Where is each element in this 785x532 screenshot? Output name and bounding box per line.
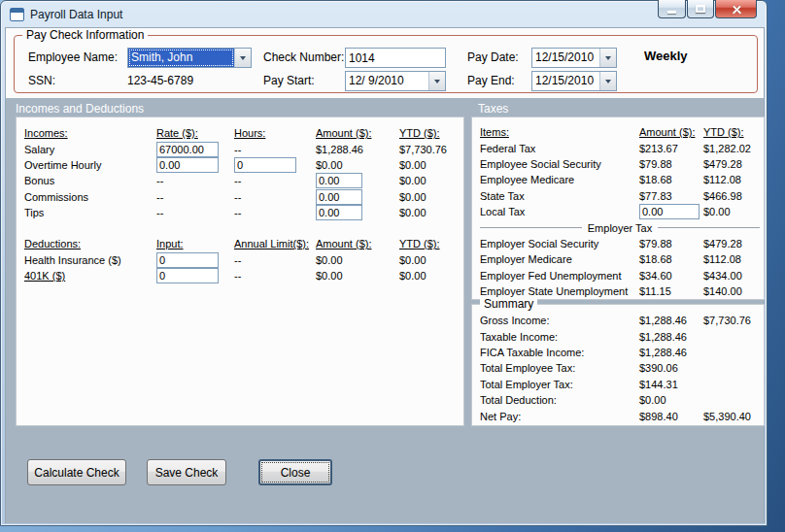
table-row: Bonus----$0.00 xyxy=(24,173,460,188)
cell-value: -- xyxy=(156,207,234,218)
cell-value: $0.00 xyxy=(639,394,703,406)
column-header-ytd: YTD ($): xyxy=(399,238,460,249)
lower-panel: Incomes and Deductions Taxes Incomes:Rat… xyxy=(6,98,764,523)
pay-start-datepicker[interactable]: 12/ 9/2010 xyxy=(345,71,446,91)
row-label-taxable-income: Taxable Income: xyxy=(480,331,639,343)
pay-start-value: 12/ 9/2010 xyxy=(346,72,428,90)
401k-input[interactable] xyxy=(156,268,219,283)
close-window-button[interactable] xyxy=(715,0,757,18)
row-label-employee-social-security: Employee Social Security xyxy=(480,158,639,170)
row-label-health-insurance: Health Insurance ($) xyxy=(24,254,156,266)
header-row: Deductions:Input:Annual Limit($):Amount … xyxy=(24,236,460,251)
employer-tax-divider-label: Employer Tax xyxy=(582,222,658,234)
taxes-section-header: Taxes xyxy=(478,102,508,116)
row-label-401k[interactable]: 401K ($) xyxy=(24,270,156,282)
cell-value: $79.88 xyxy=(639,238,703,249)
cell-value: $479.28 xyxy=(703,158,760,170)
titlebar[interactable]: Payroll Data Input xyxy=(1,1,767,27)
table-row: Employer Tax xyxy=(480,219,760,235)
column-header-hours: Hours: xyxy=(234,127,316,139)
pay-date-label: Pay Date: xyxy=(467,50,519,64)
cell-value: $0.00 xyxy=(316,254,399,266)
table-row: 401K ($)--$0.00$0.00 xyxy=(24,268,460,283)
tips-input[interactable] xyxy=(316,205,362,220)
local-tax-input[interactable] xyxy=(639,204,700,219)
health-insurance-input[interactable] xyxy=(156,252,219,268)
cell-value: -- xyxy=(156,175,234,186)
input-cell xyxy=(156,252,234,268)
table-row: Employer Fed Unemployment$34.60$434.00 xyxy=(480,268,760,283)
check-number-input[interactable] xyxy=(345,48,446,68)
table-row: Local Tax$0.00 xyxy=(480,204,760,219)
overtime-hourly-input[interactable] xyxy=(156,157,219,173)
pay-start-dropdown-button[interactable] xyxy=(428,72,445,90)
window-title: Payroll Data Input xyxy=(30,8,122,21)
pay-date-value: 12/15/2010 xyxy=(532,49,599,67)
cell-value: -- xyxy=(156,191,234,203)
row-label-employer-fed-unemployment: Employer Fed Unemployment xyxy=(480,270,639,282)
bonus-input[interactable] xyxy=(316,173,362,188)
deductions-table: Deductions:Input:Annual Limit($):Amount … xyxy=(24,236,460,283)
pay-end-label: Pay End: xyxy=(467,74,515,87)
row-label-employer-social-security: Employer Social Security xyxy=(480,238,639,249)
input-cell xyxy=(156,157,234,173)
row-label-bonus: Bonus xyxy=(24,175,156,186)
cell-value: $18.68 xyxy=(639,174,703,185)
row-label-commissions: Commissions xyxy=(24,191,156,203)
table-row: Salary--$1,288.46$7,730.76 xyxy=(24,141,460,156)
cell-value: $112.08 xyxy=(703,253,760,265)
employee-name-select[interactable]: Smith, John xyxy=(127,48,252,68)
cell-value: $0.00 xyxy=(316,159,399,171)
cell-value: $390.06 xyxy=(639,362,703,374)
table-row: Total Employee Tax:$390.06 xyxy=(480,360,760,376)
column-header-ytd: YTD ($): xyxy=(703,126,760,138)
close-button[interactable]: Close xyxy=(258,459,332,485)
row-label-employee-medicare: Employee Medicare xyxy=(480,174,639,185)
overtime-hourly-input[interactable] xyxy=(234,157,296,173)
column-header-input: Input: xyxy=(156,238,234,249)
cell-value: $18.68 xyxy=(639,253,703,265)
table-row: Tips----$0.00 xyxy=(24,205,460,220)
commissions-input[interactable] xyxy=(316,189,362,205)
input-cell xyxy=(316,173,399,188)
cell-value: -- xyxy=(234,175,316,186)
cell-value: $479.28 xyxy=(703,238,760,249)
cell-value: $0.00 xyxy=(399,270,460,282)
cell-value: $34.60 xyxy=(639,270,703,282)
column-header-ytd: YTD ($): xyxy=(399,127,460,139)
pay-end-dropdown-button[interactable] xyxy=(599,72,616,90)
table-row: Commissions----$0.00 xyxy=(24,189,460,205)
column-header-amount: Amount ($): xyxy=(316,127,399,139)
column-header-amount: Amount ($): xyxy=(316,238,399,249)
column-header-amount: Amount ($): xyxy=(639,126,703,138)
check-number-label: Check Number: xyxy=(263,50,344,64)
pay-date-datepicker[interactable]: 12/15/2010 xyxy=(531,48,617,68)
salary-input[interactable] xyxy=(156,142,219,157)
calculate-check-button[interactable]: Calculate Check xyxy=(27,459,126,485)
employee-name-label: Employee Name: xyxy=(28,50,118,64)
column-header-deductions: Deductions: xyxy=(24,238,156,249)
pay-end-value: 12/15/2010 xyxy=(532,72,599,90)
employee-name-dropdown-button[interactable] xyxy=(234,49,251,67)
header-row: Incomes:Rate ($):Hours:Amount ($):YTD ($… xyxy=(24,125,460,141)
incomes-table: Incomes:Rate ($):Hours:Amount ($):YTD ($… xyxy=(24,125,460,220)
cell-value: $0.00 xyxy=(399,175,460,186)
row-label-federal-tax: Federal Tax xyxy=(480,143,639,154)
paycheck-group-label: Pay Check Information xyxy=(22,28,148,42)
pay-end-datepicker[interactable]: 12/15/2010 xyxy=(531,71,617,91)
column-header-items: Items: xyxy=(480,126,639,138)
save-check-button[interactable]: Save Check xyxy=(147,459,226,485)
cell-value: $79.88 xyxy=(639,158,703,170)
cell-value: $77.83 xyxy=(639,190,703,202)
row-label-employer-medicare: Employer Medicare xyxy=(480,253,639,265)
table-row: Federal Tax$213.67$1,282.02 xyxy=(480,140,760,155)
chevron-down-icon xyxy=(434,80,440,83)
cell-value: $1,288.46 xyxy=(639,347,703,358)
input-cell xyxy=(156,142,234,157)
cell-value: $5,390.40 xyxy=(703,411,760,422)
minimize-button[interactable] xyxy=(658,0,686,18)
maximize-button[interactable] xyxy=(687,0,714,18)
pay-date-dropdown-button[interactable] xyxy=(599,49,616,67)
cell-value: -- xyxy=(234,270,316,282)
row-label-salary: Salary xyxy=(24,144,156,155)
